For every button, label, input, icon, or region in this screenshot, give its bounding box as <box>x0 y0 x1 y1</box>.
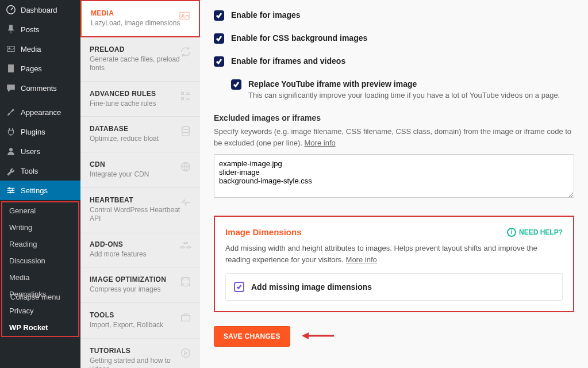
checkbox-enable-iframes[interactable] <box>214 56 224 67</box>
sidebar-label: Tools <box>21 167 38 175</box>
help-icon: i <box>507 228 516 237</box>
svg-point-4 <box>9 148 12 151</box>
refresh-icon <box>179 45 192 58</box>
sidebar-item-posts[interactable]: Posts <box>0 20 80 39</box>
nav-tutorials[interactable]: TUTORIALS Getting started and how to vid… <box>80 339 200 368</box>
svg-rect-12 <box>182 98 184 100</box>
sidebar-item-comments[interactable]: Comments <box>0 78 80 98</box>
plug-icon <box>6 126 16 137</box>
svg-rect-16 <box>182 315 190 321</box>
checkbox-youtube-preview[interactable] <box>231 79 241 90</box>
save-changes-button[interactable]: SAVE CHANGES <box>214 326 290 347</box>
sidebar-label: Settings <box>21 186 48 195</box>
sidebar-item-dashboard[interactable]: Dashboard <box>0 0 80 20</box>
page-icon <box>6 63 16 74</box>
nav-title: IMAGE OPTIMIZATION <box>90 275 191 283</box>
nav-title: ADD-ONS <box>90 240 191 248</box>
nav-preload[interactable]: PRELOAD Generate cache files, preload fo… <box>80 37 200 82</box>
settings-submenu-highlight: General Writing Reading Discussion Media… <box>1 201 79 337</box>
option-youtube-preview: Replace YouTube iframe with preview imag… <box>231 79 574 99</box>
checkbox-add-dimensions[interactable] <box>234 282 244 292</box>
nav-heartbeat[interactable]: HEARTBEAT Control WordPress Heartbeat AP… <box>80 188 200 232</box>
nav-sub: Control WordPress Heartbeat API <box>90 206 191 224</box>
checkbox-label: Enable for CSS background images <box>231 33 367 43</box>
brush-icon <box>6 107 16 117</box>
sub-writing[interactable]: Writing <box>2 219 78 236</box>
play-icon <box>179 347 192 359</box>
nav-title: CDN <box>90 160 191 168</box>
nav-title: PRELOAD <box>90 45 191 53</box>
dashboard-icon <box>6 5 16 15</box>
checkbox-enable-images[interactable] <box>214 10 224 21</box>
svg-rect-3 <box>9 65 14 72</box>
sidebar-label: Pages <box>21 64 42 73</box>
nav-addons[interactable]: ADD-ONS Add more features <box>80 232 200 268</box>
nav-sub: Integrate your CDN <box>90 170 191 179</box>
pin-icon <box>6 24 16 34</box>
more-info-link[interactable]: More info <box>346 255 377 264</box>
sidebar-label: Users <box>21 147 40 156</box>
sub-media[interactable]: Media <box>2 269 78 286</box>
sidebar-item-media[interactable]: Media <box>0 39 80 59</box>
user-icon <box>6 146 16 156</box>
option-enable-css-bg: Enable for CSS background images <box>214 33 574 44</box>
nav-sub: Fine-tune cache rules <box>90 99 191 109</box>
more-info-link[interactable]: More info <box>305 139 336 147</box>
nav-media[interactable]: MEDIA LazyLoad, image dimensions <box>80 0 200 37</box>
sliders-icon <box>6 185 16 195</box>
svg-point-13 <box>182 126 190 130</box>
sidebar-item-pages[interactable]: Pages <box>0 59 80 78</box>
checkbox-label: Replace YouTube iframe with preview imag… <box>248 79 560 89</box>
sidebar-label: Appearance <box>21 108 61 117</box>
nav-advanced-rules[interactable]: ADVANCED RULES Fine-tune cache rules <box>80 82 200 117</box>
nav-sub: LazyLoad, image dimensions <box>91 19 190 28</box>
sub-general[interactable]: General <box>2 202 78 219</box>
compress-icon <box>179 275 192 288</box>
section-desc: Add missing width and height attributes … <box>225 243 563 265</box>
nav-image-optimization[interactable]: IMAGE OPTIMIZATION Compress your images <box>80 267 200 303</box>
sidebar-label: Media <box>21 45 41 53</box>
sub-reading[interactable]: Reading <box>2 236 78 252</box>
excluded-desc: Specify keywords (e.g. image filename, C… <box>214 126 574 148</box>
sidebar-item-appearance[interactable]: Appearance <box>0 102 80 122</box>
globe-icon <box>179 160 192 173</box>
svg-point-6 <box>11 190 13 191</box>
nav-cdn[interactable]: CDN Integrate your CDN <box>80 152 200 188</box>
svg-rect-11 <box>182 92 184 94</box>
sidebar-label: Comments <box>21 84 57 93</box>
collapse-menu[interactable]: Collapse menu <box>0 288 80 306</box>
svg-point-5 <box>9 187 10 189</box>
sub-discussion[interactable]: Discussion <box>2 252 78 269</box>
sub-wp-rocket[interactable]: WP Rocket <box>2 319 78 336</box>
svg-point-7 <box>10 191 11 193</box>
sidebar-item-plugins[interactable]: Plugins <box>0 122 80 141</box>
nav-tools[interactable]: TOOLS Import, Export, Rollback <box>80 303 200 339</box>
need-help-link[interactable]: iNEED HELP? <box>507 228 563 237</box>
nav-database[interactable]: DATABASE Optimize, reduce bloat <box>80 117 200 152</box>
image-icon <box>178 9 191 22</box>
nav-sub: Getting started and how to videos <box>90 356 191 368</box>
nav-title: ADVANCED RULES <box>90 90 191 98</box>
excluded-heading: Excluded images or iframes <box>214 113 574 122</box>
image-dimensions-section: Image Dimensions iNEED HELP? Add missing… <box>214 216 574 312</box>
svg-point-17 <box>182 348 190 357</box>
nav-title: MEDIA <box>91 9 190 17</box>
nav-title: TUTORIALS <box>90 347 191 355</box>
comment-icon <box>6 83 16 93</box>
list-icon <box>179 90 192 102</box>
collapse-label: Collapse menu <box>10 293 60 301</box>
media-icon <box>6 44 16 54</box>
checkbox-label: Enable for iframes and videos <box>231 56 345 66</box>
briefcase-icon <box>179 311 192 324</box>
nav-title: HEARTBEAT <box>90 196 191 204</box>
checkbox-enable-css-bg[interactable] <box>214 33 224 44</box>
arrow-annotation <box>301 330 335 343</box>
excluded-textarea[interactable] <box>214 154 574 198</box>
sidebar-label: Dashboard <box>21 6 57 14</box>
rocket-settings-nav: MEDIA LazyLoad, image dimensions PRELOAD… <box>80 0 200 368</box>
main-panel: Enable for images Enable for CSS backgro… <box>200 0 588 368</box>
sidebar-item-users[interactable]: Users <box>0 141 80 161</box>
sidebar-item-settings[interactable]: Settings <box>0 181 80 200</box>
boxes-icon <box>179 240 192 253</box>
sidebar-item-tools[interactable]: Tools <box>0 161 80 181</box>
